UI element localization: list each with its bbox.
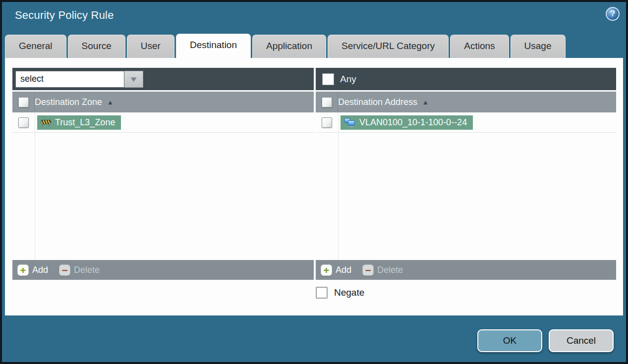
tab-application[interactable]: Application <box>252 35 326 58</box>
address-column-header[interactable]: Destination Address ▲ <box>316 92 616 112</box>
zone-column-header-label: Destination Zone <box>35 97 102 107</box>
any-label: Any <box>340 74 356 85</box>
delete-zone-label: Delete <box>74 265 100 275</box>
destination-tab-panel: ▼ Destination Zone ▲ <box>5 58 623 315</box>
delete-icon: − <box>362 264 374 276</box>
destination-zone-panel: ▼ Destination Zone ▲ <box>12 68 314 280</box>
add-address-label: Add <box>336 265 351 275</box>
destination-address-panel: Any Destination Address ▲ <box>316 68 616 280</box>
zone-row-checkbox[interactable] <box>18 117 29 128</box>
column-divider <box>35 112 35 260</box>
help-icon[interactable]: ? <box>606 7 620 21</box>
zone-filter-bar: ▼ <box>12 68 314 90</box>
zone-toolbar: + Add − Delete <box>12 260 314 280</box>
address-toolbar: + Add − Delete <box>316 260 616 280</box>
security-policy-rule-dialog: Security Policy Rule ? General Source Us… <box>0 0 628 364</box>
tab-user[interactable]: User <box>127 35 174 58</box>
address-column-header-label: Destination Address <box>338 97 417 107</box>
tab-usage[interactable]: Usage <box>511 35 566 58</box>
column-divider <box>338 112 339 260</box>
zone-row-checkbox-cell <box>12 112 35 132</box>
any-checkbox[interactable] <box>322 73 334 85</box>
address-table-body: VLAN0100_10-1-100-0--24 <box>316 112 616 260</box>
tab-bar: General Source User Destination Applicat… <box>5 33 566 58</box>
add-zone-label: Add <box>32 265 48 275</box>
zone-table-body: Trust_L3_Zone <box>12 112 314 260</box>
sort-asc-icon: ▲ <box>422 99 429 106</box>
address-row-checkbox-cell <box>316 112 338 132</box>
zone-select-dropdown-button[interactable]: ▼ <box>124 71 143 88</box>
address-row-checkbox[interactable] <box>322 117 332 128</box>
network-icon <box>344 118 355 127</box>
zone-column-header[interactable]: Destination Zone ▲ <box>12 92 314 112</box>
zone-item-label: Trust_L3_Zone <box>55 117 115 128</box>
add-icon: + <box>321 264 332 276</box>
tab-destination[interactable]: Destination <box>176 34 251 58</box>
address-select-all-checkbox[interactable] <box>322 97 332 107</box>
sort-asc-icon: ▲ <box>107 99 114 106</box>
tab-actions[interactable]: Actions <box>450 35 509 58</box>
zone-select-combo: ▼ <box>15 71 143 88</box>
table-row[interactable]: Trust_L3_Zone <box>12 112 314 133</box>
delete-address-button[interactable]: − Delete <box>362 264 403 276</box>
zone-icon <box>41 118 51 127</box>
zone-select-all-checkbox[interactable] <box>18 97 29 107</box>
dialog-title: Security Policy Rule <box>15 9 114 22</box>
tab-general[interactable]: General <box>5 35 66 58</box>
address-header-checkbox-cell <box>316 92 338 112</box>
zone-select-input[interactable] <box>15 71 124 88</box>
address-item-chip[interactable]: VLAN0100_10-1-100-0--24 <box>341 115 473 130</box>
cancel-button[interactable]: Cancel <box>549 329 614 352</box>
tab-service-url-category[interactable]: Service/URL Category <box>328 35 449 58</box>
delete-icon: − <box>59 264 70 276</box>
negate-option: Negate <box>316 287 364 299</box>
add-address-button[interactable]: + Add <box>321 264 351 276</box>
zone-item-chip[interactable]: Trust_L3_Zone <box>37 115 121 130</box>
any-bar: Any <box>316 68 616 90</box>
address-item-label: VLAN0100_10-1-100-0--24 <box>359 117 467 128</box>
negate-checkbox[interactable] <box>316 287 328 299</box>
zone-header-checkbox-cell <box>12 92 35 112</box>
tab-source[interactable]: Source <box>68 35 125 58</box>
delete-zone-button[interactable]: − Delete <box>59 264 100 276</box>
delete-address-label: Delete <box>377 265 403 275</box>
table-row[interactable]: VLAN0100_10-1-100-0--24 <box>316 112 616 133</box>
chevron-down-icon: ▼ <box>128 75 138 83</box>
negate-label: Negate <box>334 287 364 298</box>
ok-button[interactable]: OK <box>477 329 542 352</box>
add-icon: + <box>17 264 29 276</box>
add-zone-button[interactable]: + Add <box>17 264 48 276</box>
